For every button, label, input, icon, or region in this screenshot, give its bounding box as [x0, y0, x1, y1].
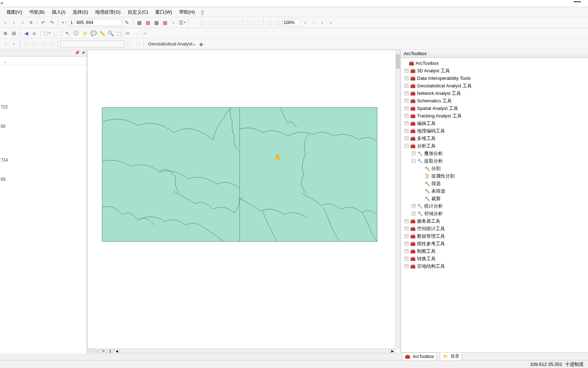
collapse-icon[interactable]: −: [412, 159, 416, 163]
tab-arctoolbox[interactable]: 🧰 ArcToolbox: [402, 353, 436, 360]
menu-geoprocessing[interactable]: 地理处理(G): [92, 8, 124, 17]
scale-input[interactable]: [69, 19, 122, 26]
tree-item-conversion[interactable]: + 🧰 转换工具: [402, 255, 587, 262]
tree-item-data-mgmt[interactable]: + 🧰 数据管理工具: [402, 232, 587, 240]
tab-catalog[interactable]: 📁 目录: [440, 352, 462, 360]
undo-icon[interactable]: ↶: [39, 19, 47, 26]
tree-item-statistics[interactable]: + 🔧 统计分析: [402, 202, 587, 210]
t8-icon[interactable]: ⬚: [265, 19, 273, 26]
e2-icon[interactable]: ▫: [10, 40, 18, 48]
add-data-icon[interactable]: ✦: [60, 19, 68, 26]
full-extent-icon[interactable]: ⊞: [10, 29, 18, 37]
menu-customize[interactable]: 自定义(C): [124, 8, 152, 17]
tree-item-analysis[interactable]: − 🧰 分析工具: [402, 142, 587, 150]
tree-item-schematics[interactable]: + 🧰 Schematics 工具: [402, 97, 587, 105]
zoom-input[interactable]: [283, 19, 300, 26]
search-icon[interactable]: ▦: [161, 19, 169, 26]
tree-item-select[interactable]: 🔨 筛选: [402, 180, 587, 187]
tree-item-extract[interactable]: − 🔧 提取分析: [402, 157, 587, 165]
tree-item-proximity[interactable]: + 🔧 邻域分析: [402, 210, 587, 217]
table-icon[interactable]: ▦: [135, 19, 143, 26]
expand-icon[interactable]: +: [405, 136, 408, 140]
expand-icon[interactable]: +: [405, 99, 408, 103]
e4-icon[interactable]: ⬚: [31, 40, 39, 48]
zoom-in-icon[interactable]: ⊕: [1, 29, 9, 37]
t12-icon[interactable]: ▫: [327, 19, 335, 26]
expand-icon[interactable]: +: [405, 249, 408, 253]
t6-icon[interactable]: ⬚: [245, 19, 253, 26]
e3-icon[interactable]: ⬚: [22, 40, 30, 48]
measure-icon[interactable]: 📏: [98, 29, 106, 37]
menu-help[interactable]: 帮助(H): [176, 8, 199, 17]
t11-icon[interactable]: ▫: [318, 19, 326, 26]
pause-icon[interactable]: ‖: [107, 349, 113, 353]
tree-item-linear-ref[interactable]: + 🧰 线性参考工具: [402, 240, 587, 247]
hyperlink-icon[interactable]: ⚡: [81, 29, 89, 37]
clear-selection-icon[interactable]: ⬚: [52, 29, 59, 37]
layout-icon[interactable]: ▫: [301, 19, 309, 26]
tree-item-geocoding[interactable]: + 🧰 地理编码工具: [402, 127, 587, 135]
pin-icon[interactable]: 📌: [75, 50, 80, 55]
catalog-icon[interactable]: ▦: [152, 19, 160, 26]
list-icon[interactable]: ▫: [1, 58, 9, 66]
t7-icon[interactable]: ⬚: [253, 19, 261, 26]
collapse-icon[interactable]: −: [405, 144, 408, 148]
tree-item-split-attr[interactable]: 📜 按属性分割: [402, 172, 587, 180]
refresh-icon[interactable]: ↻: [101, 349, 107, 353]
expand-icon[interactable]: +: [405, 257, 408, 261]
expand-icon[interactable]: +: [405, 121, 408, 125]
t3-icon[interactable]: ⬚: [215, 19, 223, 26]
t4-icon[interactable]: ⬚: [224, 19, 232, 26]
viewer-icon[interactable]: ▫: [141, 29, 149, 37]
tree-item-parcel[interactable]: + 🧰 宗地结构工具: [402, 262, 587, 270]
identify-icon[interactable]: ⓘ: [72, 29, 80, 37]
menu-view[interactable]: 视图(V): [3, 8, 25, 17]
t5-icon[interactable]: ⬚: [232, 19, 240, 26]
map-view[interactable]: ✋ ▫ ▫ ↻ ‖ ◀ ▶: [87, 50, 400, 353]
arctoolbox-tree[interactable]: 🧰 ArcToolbox + 🧰 3D Analyst 工具 + 🧰 Data …: [401, 58, 588, 271]
t10-icon[interactable]: ▫: [310, 19, 318, 26]
forward-icon[interactable]: ▶: [31, 29, 39, 37]
e5-icon[interactable]: ⬚: [39, 40, 47, 48]
expand-icon[interactable]: +: [405, 106, 408, 110]
expand-icon[interactable]: +: [405, 76, 408, 80]
geostatistical-analyst-menu[interactable]: Geostatistical Analyst: [146, 41, 197, 47]
t9-icon[interactable]: ⬚: [274, 19, 282, 26]
expand-icon[interactable]: +: [405, 227, 408, 231]
task-combo[interactable]: [60, 40, 124, 48]
map-canvas[interactable]: ✋: [88, 50, 396, 349]
pointer-icon[interactable]: ↖: [64, 29, 72, 37]
e1-icon[interactable]: ▫: [1, 40, 9, 48]
toolbox-icon[interactable]: ▦: [144, 19, 152, 26]
tree-item-cartography[interactable]: + 🧰 制图工具: [402, 247, 587, 255]
tree-item-tracking[interactable]: + 🧰 Tracking Analyst 工具: [402, 112, 587, 120]
model-icon[interactable]: ☰: [178, 19, 186, 26]
tree-item-3d-analyst[interactable]: + 🧰 3D Analyst 工具: [402, 67, 587, 74]
tree-item-spatial[interactable]: + 🧰 Spatial Analyst 工具: [402, 105, 587, 112]
menu-extra-icon[interactable]: ▯: [199, 8, 206, 16]
expand-icon[interactable]: +: [405, 129, 408, 133]
expand-icon[interactable]: +: [405, 114, 408, 118]
tree-item-clip[interactable]: 🔨 裁剪: [402, 195, 587, 202]
expand-icon[interactable]: +: [412, 151, 416, 155]
tree-item-server[interactable]: + 🧰 服务器工具: [402, 217, 587, 225]
new-icon[interactable]: ▫: [1, 19, 9, 26]
expand-icon[interactable]: +: [405, 264, 408, 268]
tree-item-table-select[interactable]: 🔨 表筛选: [402, 187, 587, 195]
expand-icon[interactable]: +: [405, 234, 408, 238]
find-route-icon[interactable]: ⬚: [115, 29, 123, 37]
tree-item-editing[interactable]: + 🧰 编辑工具: [402, 120, 587, 127]
t1-icon[interactable]: ⬚: [198, 19, 206, 26]
scroll-left-icon[interactable]: ◀: [114, 349, 119, 353]
e8-icon[interactable]: ⬚: [134, 40, 142, 48]
tree-item-data-interop[interactable]: + 🧰 Data Interoperability Tools: [402, 74, 587, 82]
html-popup-icon[interactable]: 💬: [89, 29, 97, 37]
goto-xy-icon[interactable]: XY: [124, 29, 132, 37]
editor-icon[interactable]: ✎: [123, 19, 131, 26]
expand-icon[interactable]: +: [405, 91, 408, 95]
menu-window[interactable]: 窗口(W): [152, 8, 176, 17]
e7-icon[interactable]: ⬚: [125, 40, 133, 48]
expand-icon[interactable]: +: [405, 242, 408, 246]
select-features-icon[interactable]: ⬚: [43, 29, 51, 37]
save-icon[interactable]: ▫: [19, 19, 26, 26]
